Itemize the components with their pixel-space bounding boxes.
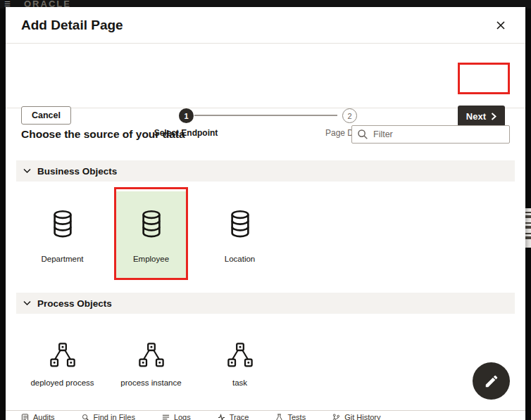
filter-input[interactable] [351, 125, 510, 144]
dialog-title: Add Detail Page [21, 18, 123, 33]
tab-trace[interactable]: Trace [218, 413, 249, 420]
chevron-down-icon [23, 300, 31, 306]
process-icon [48, 341, 77, 370]
tile-label: deployed process [30, 378, 94, 387]
process-icon [137, 341, 166, 370]
tab-tests[interactable]: Tests [275, 413, 306, 420]
trace-icon [218, 414, 225, 420]
panel-toggle-icon[interactable] [525, 233, 531, 239]
tab-find-in-files[interactable]: Find in Files [82, 413, 135, 420]
tile-label: task [232, 378, 247, 387]
close-icon [496, 20, 506, 30]
filter-field-wrapper [351, 125, 510, 144]
next-button-label: Next [466, 111, 486, 122]
wizard-stepper: Cancel 1 Select Endpoint 2 Page Details … [6, 44, 525, 108]
stepper-connector [194, 115, 337, 116]
tile-employee[interactable]: Employee [115, 191, 187, 280]
cancel-button[interactable]: Cancel [21, 106, 71, 125]
chevron-right-icon [491, 113, 496, 120]
tile-location[interactable]: Location [204, 191, 275, 280]
tab-label: Find in Files [94, 413, 135, 420]
process-icon [225, 341, 255, 370]
chevron-down-icon [23, 168, 31, 174]
section-title: Process Objects [37, 298, 112, 309]
tile-task[interactable]: task [204, 324, 275, 407]
right-panel-toolbar [525, 208, 531, 248]
business-objects-list: Department Employee Location [6, 182, 525, 287]
tile-label: Employee [133, 255, 169, 263]
logs-icon [162, 414, 170, 420]
tab-label: Trace [230, 413, 249, 420]
add-detail-page-dialog: Add Detail Page Cancel 1 Select Endpoint… [6, 7, 525, 410]
step-indicator-1[interactable]: 1 [179, 108, 194, 123]
step-indicator-2[interactable]: 2 [342, 108, 357, 123]
panel-toggle-icon[interactable] [525, 222, 531, 229]
section-title: Business Objects [37, 166, 117, 177]
tab-label: Logs [174, 413, 191, 420]
bottom-tab-bar: Audits Find in Files Logs Trace Tests Gi… [6, 410, 525, 420]
tile-department[interactable]: Department [27, 191, 98, 280]
panel-toggle-icon[interactable] [525, 212, 531, 218]
database-icon [225, 209, 255, 240]
tab-label: Audits [33, 413, 55, 420]
edit-fab-button[interactable] [473, 362, 510, 400]
tab-audits[interactable]: Audits [21, 413, 55, 420]
tile-process-instance[interactable]: process instance [115, 324, 187, 407]
audits-icon [21, 414, 29, 420]
tab-label: Git History [344, 413, 380, 420]
tab-label: Tests [287, 413, 306, 420]
tile-label: process instance [120, 378, 181, 387]
find-in-files-icon [82, 414, 89, 420]
search-icon [357, 129, 368, 140]
tab-logs[interactable]: Logs [162, 413, 191, 420]
database-icon [48, 209, 77, 240]
tile-label: Location [225, 255, 255, 263]
tile-label: Department [41, 255, 83, 263]
pencil-icon [484, 374, 499, 389]
tile-deployed-process[interactable]: deployed process [27, 324, 98, 407]
section-process-objects[interactable]: Process Objects [16, 293, 515, 314]
tests-icon [275, 414, 283, 420]
dialog-header: Add Detail Page [6, 7, 525, 44]
step-number: 1 [184, 112, 188, 120]
section-business-objects[interactable]: Business Objects [16, 160, 515, 182]
database-icon [137, 209, 166, 240]
tab-git-history[interactable]: Git History [332, 413, 380, 420]
close-button[interactable] [493, 18, 508, 33]
next-button[interactable]: Next [458, 106, 505, 127]
step-label-select-endpoint: Select Endpoint [137, 128, 235, 138]
git-history-icon [332, 414, 340, 420]
process-objects-list: deployed process process instance [6, 314, 525, 414]
step-number: 2 [347, 112, 351, 120]
